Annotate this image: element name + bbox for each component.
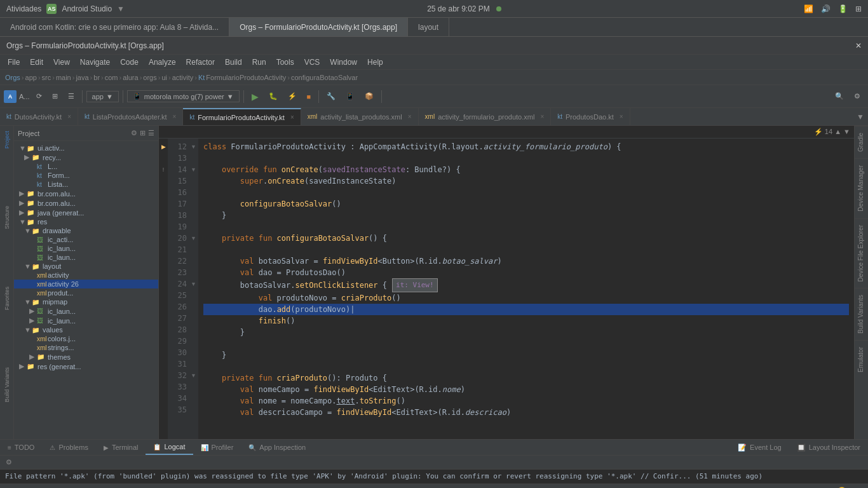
- sidebar-project-icon[interactable]: Project: [1, 128, 13, 151]
- file-tab-dutos[interactable]: kt DutosActivity.kt ×: [0, 108, 78, 125]
- bc-src[interactable]: src: [42, 74, 51, 81]
- bottom-tab-problems[interactable]: ⚠ Problems: [42, 440, 95, 455]
- fold-12[interactable]: ▼: [191, 141, 198, 152]
- sync-btn[interactable]: ⟳: [32, 88, 46, 105]
- sidebar-structure-icon[interactable]: Structure: [1, 203, 13, 232]
- menu-build[interactable]: Build: [220, 57, 247, 68]
- fold-24[interactable]: ▼: [191, 278, 198, 290]
- app-selector[interactable]: app ▼: [86, 91, 119, 102]
- profile-button[interactable]: ⚡: [284, 88, 301, 105]
- tree-item-produt[interactable]: xmlprodut...: [14, 288, 158, 297]
- bc-app[interactable]: app: [25, 74, 37, 81]
- bottom-tab-terminal[interactable]: ▶ Terminal: [96, 440, 146, 455]
- menu-vcs[interactable]: VCS: [299, 57, 325, 68]
- stop-button[interactable]: ■: [303, 88, 315, 105]
- close-button[interactable]: ✕: [855, 41, 862, 50]
- file-tab-form-xml[interactable]: xml activity_formulario_produto.xml ×: [419, 108, 552, 125]
- win-tab-layout[interactable]: layout: [408, 18, 449, 36]
- menu-refactor[interactable]: Refactor: [181, 57, 220, 68]
- menu-run[interactable]: Run: [247, 57, 271, 68]
- close-tab-0[interactable]: ×: [67, 113, 71, 120]
- bottom-tab-inspection[interactable]: 🔍 App Inspection: [241, 440, 313, 455]
- right-tab-build[interactable]: Build Variants: [855, 288, 868, 340]
- avd-btn[interactable]: 📱: [342, 88, 358, 105]
- sdk-btn[interactable]: 📦: [361, 88, 377, 105]
- bc-orgs[interactable]: Orgs: [5, 74, 20, 81]
- tab-overflow[interactable]: ▼: [630, 108, 868, 125]
- expand-icon[interactable]: ⊞: [140, 129, 146, 137]
- code-content[interactable]: class FormularioProdutoActivity : AppCom…: [198, 139, 854, 439]
- file-tab-lista-xml[interactable]: xml activity_lista_produtos.xml ×: [301, 108, 419, 125]
- menu-help[interactable]: Help: [362, 57, 388, 68]
- menu-navigate[interactable]: Navigate: [75, 57, 115, 68]
- tree-item-mipmap-laun1[interactable]: ▶🖼ic_laun...: [14, 306, 158, 316]
- bc-alura[interactable]: alura: [123, 74, 138, 81]
- tree-item-recy[interactable]: ▶📁recy...: [14, 152, 158, 162]
- bottom-tab-profiler[interactable]: 📊 Profiler: [193, 440, 241, 455]
- win-tab-formulario[interactable]: Orgs – FormularioProdutoActivity.kt [Org…: [229, 18, 408, 36]
- tree-item-lista[interactable]: ktLista...: [14, 180, 158, 189]
- tree-item-ic-acti[interactable]: 🖼ic_acti...: [14, 235, 158, 244]
- bottom-tab-logcat[interactable]: 📋 Logcat: [146, 440, 193, 455]
- project-label[interactable]: A...: [19, 93, 30, 100]
- gear-icon[interactable]: ⚙: [131, 129, 137, 137]
- bc-activity[interactable]: activity: [172, 74, 194, 81]
- tree-item-ui[interactable]: ▼📁ui.activ...: [14, 144, 158, 152]
- tree-item-mipmap[interactable]: ▼📁mipmap: [14, 297, 158, 306]
- run-button[interactable]: ▶: [248, 88, 262, 105]
- file-tab-formulario[interactable]: kt FormularioProdutoActivity.kt ×: [183, 108, 301, 125]
- right-tab-emulator[interactable]: Emulator: [855, 340, 868, 379]
- tree-item-activity[interactable]: xmlactivity: [14, 271, 158, 280]
- collapse-icon[interactable]: ☰: [148, 129, 154, 137]
- tree-item-java[interactable]: ▶📁java (generat...: [14, 208, 158, 217]
- close-tab-3[interactable]: ×: [408, 113, 412, 120]
- bc-com[interactable]: com: [105, 74, 118, 81]
- tree-item-ic-laun1[interactable]: 🖼ic_laun...: [14, 244, 158, 253]
- search-everywhere-btn[interactable]: 🔍: [831, 88, 848, 105]
- tree-item-L[interactable]: ktL...: [14, 162, 158, 171]
- menu-view[interactable]: View: [48, 57, 75, 68]
- tree-item-res-gen[interactable]: ▶📁res (generat...: [14, 362, 158, 371]
- right-tab-device-manager[interactable]: Device Manager: [855, 158, 868, 218]
- bc-ui[interactable]: ui: [161, 74, 167, 81]
- logcat-settings-icon[interactable]: ⚙: [4, 458, 14, 468]
- file-tab-lista[interactable]: kt ListaProdutosAdapter.kt ×: [78, 108, 183, 125]
- settings-btn[interactable]: ⚙: [850, 88, 864, 105]
- device-selector[interactable]: 📱 motorola moto g(7) power ▼: [127, 90, 240, 102]
- bottom-tab-todo[interactable]: ≡ TODO: [0, 440, 42, 455]
- fold-20[interactable]: ▼: [191, 233, 198, 244]
- close-tab-1[interactable]: ×: [173, 113, 177, 120]
- tree-item-layout[interactable]: ▼📁layout: [14, 262, 158, 271]
- bc-orgs2[interactable]: orgs: [143, 74, 156, 81]
- tree-item-brcom1[interactable]: ▶📁br.com.alu...: [14, 189, 158, 198]
- tree-item-form[interactable]: ktForm...: [14, 171, 158, 180]
- tree-item-values[interactable]: ▼📁values: [14, 325, 158, 334]
- bc-method[interactable]: configuraBotaoSalvar: [291, 74, 358, 81]
- tree-item-colors[interactable]: xmlcolors.j...: [14, 334, 158, 343]
- menu-window[interactable]: Window: [325, 57, 362, 68]
- tree-item-mipmap-laun2[interactable]: ▶🖼ic_laun...: [14, 316, 158, 325]
- dropdown-arrow[interactable]: ▼: [117, 4, 125, 13]
- sidebar-favorites-icon[interactable]: Favorites: [1, 284, 13, 313]
- fold-14[interactable]: ▼: [191, 164, 198, 175]
- tree-item-drawable[interactable]: ▼📁drawable: [14, 226, 158, 235]
- menu-file[interactable]: File: [3, 57, 25, 68]
- tree-item-strings[interactable]: xmlstrings...: [14, 343, 158, 352]
- tree-item-res[interactable]: ▼📁res: [14, 217, 158, 226]
- close-tab-5[interactable]: ×: [620, 113, 623, 120]
- right-tab-device-file[interactable]: Device File Explorer: [855, 218, 868, 288]
- collapse-btn[interactable]: ☰: [64, 88, 78, 105]
- layout-inspector-btn[interactable]: 🔲 Layout Inspector: [789, 440, 868, 455]
- tree-item-ic-laun2[interactable]: 🖼ic_laun...: [14, 253, 158, 262]
- tree-item-brcom2[interactable]: ▶📁br.com.alu...: [14, 198, 158, 208]
- menu-tools[interactable]: Tools: [271, 57, 299, 68]
- menu-analyze[interactable]: Analyze: [144, 57, 181, 68]
- sync-project-btn[interactable]: 🔧: [323, 88, 339, 105]
- tree-item-themes[interactable]: ▶📁themes: [14, 352, 158, 362]
- bc-br[interactable]: br: [93, 74, 100, 81]
- debug-button[interactable]: 🐛: [265, 88, 281, 105]
- bc-java[interactable]: java: [76, 74, 88, 81]
- file-tab-dao[interactable]: kt ProdutosDao.kt ×: [551, 108, 630, 125]
- tree-item-activity26[interactable]: xmlactivity 26: [14, 280, 158, 288]
- bc-main[interactable]: main: [56, 74, 71, 81]
